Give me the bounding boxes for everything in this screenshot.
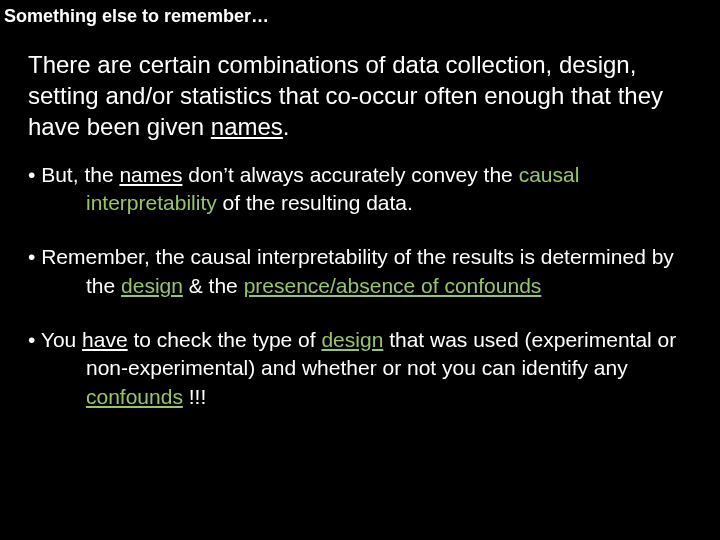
bullet-list: • But, the names don’t always accurately… [0, 153, 720, 411]
bullet-2-g1: design [121, 274, 183, 297]
bullet-3-g2: confounds [86, 385, 183, 408]
bullet-3-t1: to check the type of [128, 328, 322, 351]
bullet-1-lead: • But, the [28, 163, 119, 186]
bullet-1: • But, the names don’t always accurately… [28, 161, 684, 218]
slide-title: Something else to remember… [0, 0, 720, 27]
intro-a: There are certain combinations of data c… [28, 51, 663, 140]
bullet-1-names: names [119, 163, 182, 186]
bullet-3: • You have to check the type of design t… [28, 326, 684, 411]
bullet-3-g1: design [321, 328, 383, 351]
slide: Something else to remember… There are ce… [0, 0, 720, 540]
bullet-1-t1: don’t always accurately convey the [182, 163, 518, 186]
bullet-1-t2: of the resulting data. [217, 191, 413, 214]
bullet-2: • Remember, the causal interpretability … [28, 243, 684, 300]
bullet-3-lead: • You [28, 328, 82, 351]
bullet-2-g2: presence/absence of confounds [244, 274, 542, 297]
bullet-2-t1: & the [183, 274, 244, 297]
bullet-3-t3: !!! [183, 385, 206, 408]
bullet-3-u1: have [82, 328, 128, 351]
intro-names: names [211, 113, 283, 140]
intro-paragraph: There are certain combinations of data c… [0, 27, 720, 153]
intro-b: . [283, 113, 290, 140]
